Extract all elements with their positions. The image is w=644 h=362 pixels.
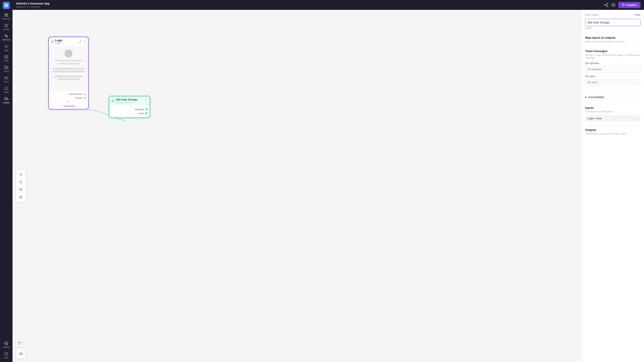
sidebar-item-settings-label: Settings — [3, 346, 10, 348]
svg-line-37 — [22, 190, 22, 191]
input-tag-remove-button[interactable]: × — [636, 117, 638, 120]
zoom-in-tool[interactable] — [18, 186, 24, 193]
canvas[interactable]: Login Login onPatchLoad onS — [12, 10, 581, 362]
svg-point-10 — [6, 343, 7, 344]
preview-icon[interactable] — [611, 3, 616, 7]
on-error-input[interactable] — [585, 79, 640, 86]
events-chevron[interactable]: ▾ — [51, 100, 86, 104]
input-tag-login: Login / view × — [585, 115, 640, 122]
toast-title: Toast messages — [585, 49, 640, 53]
svg-rect-20 — [51, 41, 54, 42]
svg-point-15 — [607, 5, 608, 7]
sidebar-item-help[interactable]: Help — [1, 351, 12, 360]
ug-node[interactable]: Get User Groups get user groups success … — [109, 96, 150, 118]
canvas-tools — [16, 170, 26, 202]
mockup-line-5 — [54, 76, 83, 77]
patch-name-input[interactable] — [585, 19, 640, 26]
svg-line-23 — [80, 40, 81, 41]
svg-rect-0 — [5, 13, 6, 14]
sidebar-item-overview[interactable]: Overview — [1, 12, 12, 21]
divider-1 — [585, 33, 640, 33]
outputs-sub: Connections going out from this patch — [585, 132, 640, 135]
sidebar-item-design[interactable]: Design — [1, 22, 12, 32]
ug-node-header: Get User Groups get user groups — [109, 96, 150, 105]
mockup-line-3 — [52, 68, 84, 70]
sidebar-item-logic-label: Logic — [4, 49, 9, 51]
sidebar-item-publish[interactable]: Publish — [1, 96, 12, 105]
ug-output-success: success — [112, 107, 148, 111]
divider-4 — [585, 103, 640, 103]
add-data-button[interactable]: + Data — [633, 13, 640, 16]
svg-rect-1 — [7, 13, 8, 14]
input-tag-login-label: Login / view — [588, 117, 602, 120]
ug-output-error-label: error — [139, 112, 144, 115]
login-node-subtitle: Login — [55, 42, 62, 44]
on-success-label: On success — [585, 62, 640, 65]
canvas-tools-bottom — [16, 349, 26, 359]
sidebar-item-users[interactable]: Users — [1, 75, 12, 84]
mockup-line-2 — [58, 63, 79, 64]
app-logo[interactable] — [3, 2, 10, 9]
ug-node-menu[interactable] — [144, 99, 148, 103]
search-tool[interactable] — [18, 179, 24, 185]
ug-dot-error[interactable] — [145, 112, 148, 114]
connector-svg — [12, 10, 581, 362]
sidebar-item-structure-label: Structure — [2, 39, 10, 41]
app-name: Kalindu's Awesome App — [16, 2, 50, 5]
ug-node-body: success error — [109, 105, 150, 118]
sidebar-item-settings[interactable]: Settings — [1, 340, 12, 350]
right-panel: Patch Name + Data LOGIC Map inputs to ou… — [581, 10, 644, 362]
share-icon[interactable] — [604, 3, 608, 7]
sidebar-item-data[interactable]: Data — [1, 54, 12, 63]
svg-point-8 — [5, 76, 6, 78]
sidebar-item-assets[interactable]: Assets — [1, 64, 12, 74]
logic-tag: LOGIC — [585, 27, 640, 29]
svg-point-30 — [146, 100, 146, 101]
mockup-line-1 — [54, 60, 83, 61]
svg-line-24 — [79, 42, 80, 43]
accessibility-arrow: ▶ — [585, 96, 587, 98]
login-node[interactable]: Login Login onPatchLoad onS — [48, 37, 88, 110]
ug-node-title: Get User Groups — [116, 98, 138, 101]
patch-name-label: Patch Name — [585, 13, 599, 16]
ug-node-info: Get User Groups get user groups — [116, 98, 138, 104]
svg-point-4 — [6, 46, 7, 47]
zoom-out-tool[interactable] — [18, 194, 24, 201]
login-node-body — [49, 46, 88, 91]
sidebar-item-logic[interactable]: Logic — [1, 43, 12, 53]
svg-point-34 — [20, 181, 22, 183]
on-success-input[interactable] — [585, 66, 640, 73]
accessibility-label: Accessibility — [588, 95, 604, 99]
event-dot-patchload[interactable] — [84, 93, 86, 95]
sidebar: Overview Design Structure Logic Data Ass… — [0, 0, 12, 362]
login-node-actions[interactable] — [78, 40, 86, 43]
sidebar-item-structure[interactable]: Structure — [1, 33, 12, 42]
new-event-button[interactable]: + New Event — [51, 104, 86, 108]
divider-3 — [585, 91, 640, 91]
svg-point-5 — [5, 55, 8, 56]
accessibility-row[interactable]: ▶ Accessibility — [585, 95, 640, 100]
login-node-events: onPatchLoad onStart ▾ + New Event — [49, 91, 88, 109]
refresh-tool[interactable] — [16, 340, 23, 346]
outputs-title: Outputs — [585, 128, 640, 132]
sidebar-item-data-label: Data — [4, 60, 8, 62]
mockup-line-6 — [58, 78, 79, 80]
sidebar-item-notify[interactable]: Notify — [1, 85, 12, 95]
sidebar-item-users-label: Users — [4, 81, 9, 83]
sidebar-item-notify-label: Notify — [4, 91, 9, 93]
sidebar-item-help-label: Help — [4, 357, 8, 359]
panel-header: Patch Name + Data — [585, 13, 640, 16]
svg-rect-43 — [19, 353, 22, 355]
svg-point-29 — [146, 99, 146, 100]
event-patchload-label: onPatchLoad — [69, 93, 82, 95]
svg-point-14 — [604, 4, 606, 5]
keyboard-tool[interactable] — [18, 350, 24, 357]
ug-dot-success[interactable] — [145, 108, 148, 110]
event-onstart-label: onStart — [75, 97, 82, 99]
mockup-line-4 — [52, 71, 84, 72]
event-dot-onstart[interactable] — [84, 97, 86, 99]
sidebar-bottom: Settings Help — [1, 340, 12, 360]
map-inputs-sub: Pass data from one patch to another — [585, 40, 640, 43]
add-tool[interactable] — [18, 171, 24, 178]
publish-button[interactable]: Publish — [618, 2, 640, 8]
